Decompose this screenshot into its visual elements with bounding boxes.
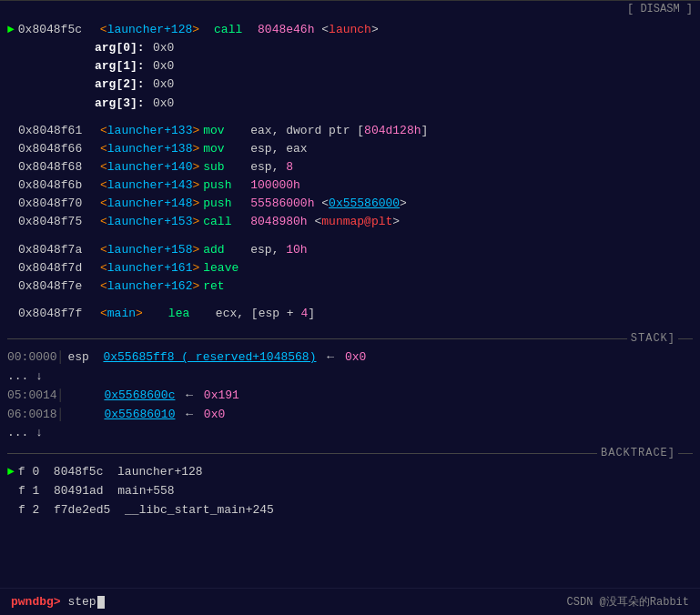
addr-main: 0x8048f7f: [18, 305, 100, 323]
mnem-main: lea: [168, 305, 216, 323]
stack-idx-2: 06:0018: [7, 406, 57, 425]
mnem-5: call: [203, 213, 250, 231]
label-5: launcher+153: [107, 213, 193, 231]
bt-addr-2: f7de2ed5: [54, 501, 125, 520]
current-label-bracket: <: [100, 21, 107, 39]
addr-6: 0x8048f7a: [18, 241, 100, 259]
label-main: main: [107, 305, 136, 323]
bt-num-0: f 0: [18, 463, 54, 482]
stack-ptr-1: 0x5568600c: [104, 387, 175, 406]
bt-addr-1: 80491ad: [54, 482, 117, 501]
bt-arrow-0: ►: [7, 463, 15, 482]
addr-8: 0x8048f7e: [18, 277, 100, 296]
mnem-2: sub: [203, 158, 250, 176]
disasm-section: ► 0x8048f5c <launcher+128> call 8048e46h…: [0, 17, 700, 330]
arg2-label: arg[2]:: [95, 76, 153, 94]
disasm-line-6: 0x8048f7a <launcher+158> add esp, 10h: [7, 241, 693, 259]
stack-arrow-1: ←: [178, 387, 199, 406]
disasm-header: [ DISASM ]: [0, 0, 700, 17]
stack-section: 00:0000 │ esp 0x55685ff8 (_reserved+1048…: [0, 347, 700, 445]
backtrace-divider: BACKTRACE ]: [0, 445, 700, 461]
current-arrow: ►: [7, 21, 15, 39]
label-6: launcher+158: [107, 241, 193, 259]
arg3-label: arg[3]:: [95, 95, 153, 113]
addr-7: 0x8048f7d: [18, 259, 100, 277]
label-2: launcher+140: [107, 158, 193, 176]
current-label: launcher+128: [107, 21, 193, 39]
stack-dots-1: ... ↓: [7, 424, 693, 443]
operand-1: esp, eax: [250, 140, 307, 158]
arg0-val: 0x0: [153, 39, 174, 57]
stack-divider-line-left: [7, 338, 627, 339]
stack-divider-line-right: [678, 338, 693, 339]
mnem-8: ret: [203, 277, 250, 296]
operand-2: esp, 8: [250, 158, 293, 176]
current-instruction-line: ► 0x8048f5c <launcher+128> call 8048e46h…: [7, 21, 693, 39]
operand-main: ecx, [esp + 4]: [216, 305, 315, 323]
stack-arrow-0: ←: [320, 348, 340, 368]
mnem-0: mov: [203, 122, 250, 140]
addr-2: 0x8048f68: [18, 158, 100, 176]
stack-row-0: 00:0000 │ esp 0x55685ff8 (_reserved+1048…: [7, 348, 693, 368]
disasm-line-main: 0x8048f7f <main> lea ecx, [esp + 4]: [7, 305, 693, 323]
addr-5: 0x8048f75: [18, 213, 100, 231]
stack-ptr-2: 0x55686010: [104, 406, 175, 425]
stack-row-2: 06:0018 │ 0x55686010 ← 0x0: [7, 406, 693, 425]
disasm-section-label: [ DISASM ]: [627, 3, 693, 15]
addr-4: 0x8048f70: [18, 195, 100, 213]
stack-ptr-0: 0x55685ff8 (_reserved+1048568): [103, 348, 316, 368]
bt-num-2: f 2: [18, 501, 54, 520]
stack-divider: STACK ]: [0, 330, 700, 347]
label-0: launcher+133: [107, 122, 193, 140]
label-1: launcher+138: [107, 140, 193, 158]
disasm-line-3: 0x8048f6b <launcher+143> push 100000h: [7, 176, 693, 195]
disasm-line-2: 0x8048f68 <launcher+140> sub esp, 8: [7, 158, 693, 176]
prompt-command[interactable]: step: [67, 595, 96, 609]
stack-val-1: 0x191: [204, 387, 239, 406]
prompt-bar: pwndbg> step CSDN @没耳朵的Rabbit: [0, 588, 700, 615]
bt-row-2: f 2 f7de2ed5 __libc_start_main+245: [7, 501, 693, 520]
backtrace-section: ► f 0 8048f5c launcher+128 f 1 80491ad m…: [0, 461, 700, 521]
arg1-val: 0x0: [153, 57, 174, 76]
mnem-7: leave: [203, 259, 250, 277]
stack-row-1: 05:0014 │ 0x5568600c ← 0x191: [7, 387, 693, 406]
arg3-val: 0x0: [153, 95, 174, 113]
bt-func-1: main+558: [117, 482, 174, 501]
bt-divider-line-left: [7, 453, 597, 454]
arg0-label: arg[0]:: [95, 39, 153, 57]
prompt-label: pwndbg>: [11, 595, 61, 609]
label-3: launcher+143: [107, 176, 193, 195]
mnem-6: add: [203, 241, 250, 259]
stack-section-label: STACK: [631, 332, 668, 345]
main-container: [ DISASM ] ► 0x8048f5c <launcher+128> ca…: [0, 0, 700, 615]
stack-dots-0: ... ↓: [7, 368, 693, 387]
arg2-line: arg[2]: 0x0: [7, 76, 693, 94]
operand-0: eax, dword ptr [804d128h]: [250, 122, 428, 140]
bt-divider-line-right: [678, 453, 693, 454]
addr-3: 0x8048f6b: [18, 176, 100, 195]
bt-row-0: ► f 0 8048f5c launcher+128: [7, 463, 693, 482]
operand-4: 55586000h <0x55586000>: [250, 195, 407, 213]
bt-row-1: f 1 80491ad main+558: [7, 482, 693, 501]
stack-val-0: 0x0: [345, 348, 366, 368]
bt-section-label: BACKTRACE: [601, 447, 668, 459]
current-operand-addr: 8048e46h: [258, 21, 314, 39]
disasm-line-0: 0x8048f61 <launcher+133> mov eax, dword …: [7, 122, 693, 140]
arg1-line: arg[1]: 0x0: [7, 57, 693, 76]
mnem-1: mov: [203, 140, 250, 158]
operand-5: 8048980h <munmap@plt>: [250, 213, 400, 231]
arg2-val: 0x0: [153, 76, 174, 94]
stack-idx-1: 05:0014: [7, 387, 57, 406]
operand-3: 100000h: [250, 176, 300, 195]
bt-func-0: launcher+128: [117, 463, 203, 482]
operand-6: esp, 10h: [250, 241, 307, 259]
arg0-line: arg[0]: 0x0: [7, 39, 693, 57]
bt-addr-0: 8048f5c: [54, 463, 117, 482]
arg1-label: arg[1]:: [95, 57, 153, 76]
bt-func-2: __libc_start_main+245: [125, 501, 274, 520]
mnem-4: push: [203, 195, 250, 213]
bt-num-1: f 1: [18, 482, 54, 501]
stack-ellipsis-1: ... ↓: [7, 424, 43, 443]
disasm-line-7: 0x8048f7d <launcher+161> leave: [7, 259, 693, 277]
cursor: [97, 596, 105, 609]
